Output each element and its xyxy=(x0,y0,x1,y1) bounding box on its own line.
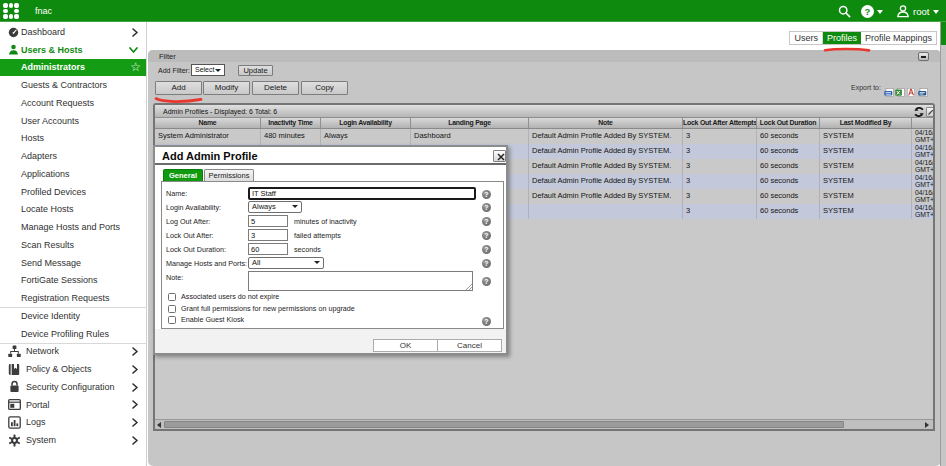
login-availability-select[interactable]: Always xyxy=(248,201,302,213)
table-row[interactable]: System Administrator480 minutesAlwaysDas… xyxy=(155,129,935,144)
minus-icon[interactable] xyxy=(918,52,929,61)
sidebar-item-device-profiling-rules[interactable]: Device Profiling Rules xyxy=(0,325,146,343)
log-out-after-field[interactable] xyxy=(248,215,288,227)
help-icon[interactable]: ? xyxy=(482,203,491,212)
sidebar-item-policy-objects[interactable]: Policy & Objects xyxy=(0,360,146,378)
add-button[interactable]: Add xyxy=(155,81,202,95)
caret-down-icon[interactable] xyxy=(933,10,939,14)
caret-down-icon[interactable] xyxy=(877,10,883,14)
sidebar-item-locate-hosts[interactable]: Locate Hosts xyxy=(0,201,146,219)
sidebar-item-profiled-devices[interactable]: Profiled Devices xyxy=(0,183,146,201)
checkbox-associated-users-do-not-expire[interactable] xyxy=(168,293,176,301)
help-icon[interactable]: ? xyxy=(861,5,874,18)
modify-button[interactable]: Modify xyxy=(203,81,250,95)
tab-profiles[interactable]: Profiles xyxy=(823,32,861,44)
scrollbar-thumb[interactable] xyxy=(164,421,844,428)
sidebar-item-label: Profiled Devices xyxy=(21,187,86,197)
update-button[interactable]: Update xyxy=(238,65,273,76)
window-scrollbar[interactable] xyxy=(940,22,946,466)
checkbox-enable-guest-kiosk[interactable] xyxy=(168,316,176,324)
column-header-name[interactable]: Name xyxy=(155,118,261,128)
sidebar-item-system[interactable]: System xyxy=(0,431,146,449)
column-header-lock-out-after-attempts[interactable]: Lock Out After Attempts xyxy=(683,118,757,128)
logo-grid-square xyxy=(3,9,8,14)
column-header-last-modified-date[interactable]: Last Modified Date xyxy=(912,118,935,128)
horizontal-scrollbar[interactable] xyxy=(155,419,933,429)
chevron-right-icon xyxy=(132,365,138,376)
sidebar-item-dashboard[interactable]: Dashboard xyxy=(0,23,146,41)
sidebar-item-registration-requests[interactable]: Registration Requests xyxy=(0,289,146,307)
sidebar-item-guests-contractors[interactable]: Guests & Contractors xyxy=(0,76,146,94)
excel-export-icon[interactable] xyxy=(895,83,905,92)
sidebar-item-administrators[interactable]: Administrators☆ xyxy=(0,59,146,77)
scroll-right-icon[interactable] xyxy=(925,422,929,428)
sidebar-item-user-accounts[interactable]: User Accounts xyxy=(0,112,146,130)
lock-out-after-field[interactable] xyxy=(248,229,288,241)
pdf-export-icon[interactable] xyxy=(906,83,916,92)
column-header-login-availability[interactable]: Login Availability xyxy=(321,118,411,128)
help-icon[interactable]: ? xyxy=(482,190,491,199)
column-header-last-modified-by[interactable]: Last Modified By xyxy=(820,118,912,128)
sidebar-item-label: Users & Hosts xyxy=(21,45,83,55)
modify-columns-icon[interactable] xyxy=(926,107,935,117)
user-menu[interactable]: root xyxy=(913,6,929,17)
lock-out-duration-field[interactable] xyxy=(248,243,288,255)
help-icon[interactable]: ? xyxy=(482,231,491,240)
sidebar-item-network[interactable]: Network xyxy=(0,343,146,361)
sidebar-item-device-identity[interactable]: Device Identity xyxy=(0,307,146,325)
window-scrollbar-thumb[interactable] xyxy=(941,22,946,45)
csv-export-icon[interactable] xyxy=(884,83,894,92)
sidebar-item-adapters[interactable]: Adapters xyxy=(0,147,146,165)
sidebar-item-account-requests[interactable]: Account Requests xyxy=(0,94,146,112)
portal-icon xyxy=(8,398,21,411)
column-header-inactivity-time[interactable]: Inactivity Time xyxy=(261,118,321,128)
checkbox-grant-full-permissions-for-new[interactable] xyxy=(168,305,176,313)
chevron-right-icon xyxy=(132,418,138,429)
scroll-left-icon[interactable] xyxy=(157,422,161,428)
sidebar-item-fortigate-sessions[interactable]: FortiGate Sessions xyxy=(0,272,146,290)
favorite-star-icon[interactable]: ☆ xyxy=(130,60,141,74)
sidebar-item-portal[interactable]: Portal xyxy=(0,396,146,414)
help-icon[interactable]: ? xyxy=(482,245,491,254)
user-icon[interactable] xyxy=(896,4,910,18)
dialog-footer: OKCancel xyxy=(155,329,506,353)
cell-date: 04/16/GMT+ xyxy=(912,189,935,204)
filter-select[interactable]: Select xyxy=(191,64,225,76)
manage-hosts-and-ports-select[interactable]: All xyxy=(248,257,324,269)
sidebar-item-label: Applications xyxy=(21,169,70,179)
name-field[interactable] xyxy=(248,187,476,200)
cell-attempts: 3 xyxy=(683,159,757,174)
sidebar-item-label: FortiGate Sessions xyxy=(21,275,98,285)
tab-profile-mappings[interactable]: Profile Mappings xyxy=(861,32,936,44)
sidebar-item-users-hosts[interactable]: Users & Hosts xyxy=(0,41,146,59)
column-header-landing-page[interactable]: Landing Page xyxy=(411,118,529,128)
cell-date: 04/16/GMT+ xyxy=(912,204,935,219)
ok-button[interactable]: OK xyxy=(373,339,438,352)
top-bar: fnac ? root xyxy=(0,0,946,22)
rtf-export-icon[interactable] xyxy=(918,83,928,92)
tab-users[interactable]: Users xyxy=(790,32,823,44)
help-icon[interactable]: ? xyxy=(482,317,491,326)
cell-inactivity: 480 minutes xyxy=(261,129,321,144)
help-icon[interactable]: ? xyxy=(482,259,491,268)
fortinet-logo-icon[interactable] xyxy=(3,3,19,19)
refresh-icon[interactable] xyxy=(914,107,924,117)
copy-button[interactable]: Copy xyxy=(301,81,348,95)
sidebar-item-logs[interactable]: Logs xyxy=(0,414,146,432)
search-icon[interactable] xyxy=(838,5,851,18)
delete-button[interactable]: Delete xyxy=(252,81,299,95)
sidebar-item-security-configuration[interactable]: Security Configuration xyxy=(0,378,146,396)
sidebar-item-hosts[interactable]: Hosts xyxy=(0,130,146,148)
help-icon[interactable]: ? xyxy=(482,217,491,226)
column-header-note[interactable]: Note xyxy=(529,118,683,128)
cancel-button[interactable]: Cancel xyxy=(437,339,502,352)
sidebar-item-send-message[interactable]: Send Message xyxy=(0,254,146,272)
close-icon[interactable] xyxy=(493,150,506,162)
cell-by: SYSTEM xyxy=(820,174,912,189)
note-textarea[interactable] xyxy=(248,271,473,291)
sidebar-item-manage-hosts-and-ports[interactable]: Manage Hosts and Ports xyxy=(0,218,146,236)
column-header-lock-out-duration[interactable]: Lock Out Duration xyxy=(757,118,820,128)
sidebar-item-applications[interactable]: Applications xyxy=(0,165,146,183)
help-icon[interactable]: ? xyxy=(482,277,491,286)
sidebar-item-scan-results[interactable]: Scan Results xyxy=(0,236,146,254)
